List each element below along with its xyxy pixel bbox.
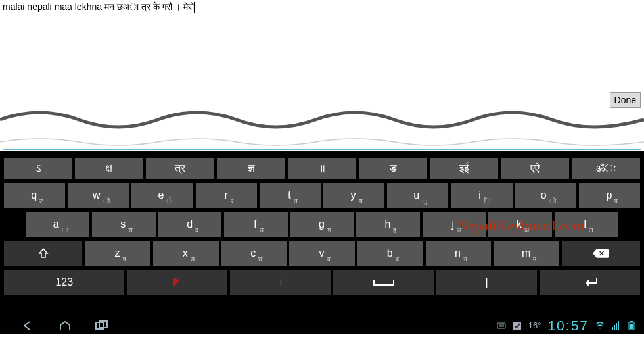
backspace-key[interactable]: [562, 241, 640, 266]
key-row-1: qटwौeेrरtतyयuुiिoोpप: [0, 183, 644, 208]
space-key[interactable]: [333, 270, 434, 295]
svg-rect-9: [618, 321, 619, 330]
suggestion-key[interactable]: ङ: [359, 158, 427, 179]
key-u[interactable]: uु: [387, 183, 448, 208]
clock: 10:57: [547, 318, 589, 334]
suggestion-key[interactable]: इई: [430, 158, 498, 179]
input-underline: [3, 149, 641, 150]
language-key[interactable]: [127, 270, 227, 295]
key-p[interactable]: pप: [579, 183, 640, 208]
watermark-text: NepaliKeyboard.com: [457, 217, 585, 234]
check-status-icon: [513, 321, 522, 330]
numbers-key[interactable]: 123: [4, 270, 124, 295]
danda-key[interactable]: ।: [230, 270, 331, 295]
decorative-wave-light: [0, 136, 644, 149]
svg-rect-6: [612, 327, 613, 330]
key-g[interactable]: gग: [290, 212, 354, 237]
key-i[interactable]: iि: [451, 183, 512, 208]
suggestion-key[interactable]: ऽ: [4, 158, 72, 179]
back-nav-icon[interactable]: [20, 320, 37, 332]
key-h[interactable]: hह: [356, 212, 419, 237]
key-y[interactable]: yय: [323, 183, 384, 208]
key-x[interactable]: xड: [153, 241, 219, 266]
key-c[interactable]: cछ: [221, 241, 287, 266]
key-b[interactable]: bब: [357, 241, 423, 266]
suggestion-key[interactable]: ॐः: [572, 158, 640, 179]
key-m[interactable]: mम: [494, 241, 559, 266]
key-v[interactable]: vव: [289, 241, 355, 266]
enter-icon: [582, 277, 598, 288]
suggestion-row: ऽक्षत्रज्ञ॥ङइईएऐॐः: [0, 151, 644, 179]
shift-key[interactable]: [4, 241, 82, 266]
svg-rect-8: [616, 323, 617, 330]
key-e[interactable]: eे: [131, 183, 193, 208]
temperature: 16°: [528, 320, 541, 330]
svg-rect-7: [614, 325, 615, 330]
recent-nav-icon[interactable]: [93, 320, 110, 332]
svg-rect-2: [497, 323, 505, 328]
enter-key[interactable]: [540, 270, 640, 295]
key-o[interactable]: oो: [515, 183, 576, 208]
battery-icon: [627, 321, 636, 330]
suggestion-key[interactable]: एऐ: [501, 158, 569, 179]
svg-rect-11: [630, 321, 633, 322]
text-cursor: [194, 2, 195, 13]
backspace-icon: [593, 249, 609, 258]
text-input-area[interactable]: malai nepali maa lekhna मन छअा त्र के गर…: [0, 0, 644, 151]
suggestion-key[interactable]: त्र: [146, 158, 214, 179]
key-r[interactable]: rर: [196, 183, 257, 208]
nepal-flag-icon: [173, 278, 182, 287]
key-t[interactable]: tत: [260, 183, 321, 208]
suggestion-key[interactable]: ज्ञ: [217, 158, 285, 179]
key-row-bottom: 123 । |: [0, 270, 644, 295]
key-d[interactable]: dद: [158, 212, 221, 237]
signal-icon: [611, 321, 620, 330]
key-w[interactable]: wौ: [68, 183, 129, 208]
wifi-icon: [595, 321, 605, 330]
space-icon: [373, 278, 395, 287]
suggestion-key[interactable]: क्ष: [75, 158, 143, 179]
key-q[interactable]: qट: [4, 183, 65, 208]
shift-icon: [37, 247, 49, 259]
decorative-wave: [0, 105, 644, 132]
key-row-3: zषxडcछvवbबnनmम: [0, 241, 644, 266]
soft-keyboard: ऽक्षत्रज्ञ॥ङइईएऐॐः qटwौeेrरtतyयuुiिoोpप …: [0, 151, 644, 334]
pipe-key[interactable]: |: [436, 270, 537, 295]
system-navbar: 16° 10:57: [0, 316, 644, 334]
key-n[interactable]: nन: [426, 241, 492, 266]
key-s[interactable]: sस: [92, 212, 155, 237]
typed-text: malai nepali maa lekhna मन छअा त्र के गर…: [3, 1, 641, 13]
suggestion-key[interactable]: ॥: [288, 158, 356, 179]
key-z[interactable]: zष: [85, 241, 150, 266]
svg-rect-12: [630, 324, 633, 329]
key-a[interactable]: aा: [26, 212, 89, 237]
home-nav-icon[interactable]: [57, 320, 74, 332]
keyboard-status-icon: [497, 321, 506, 330]
key-f[interactable]: fउ: [224, 212, 287, 237]
svg-rect-5: [513, 322, 521, 330]
